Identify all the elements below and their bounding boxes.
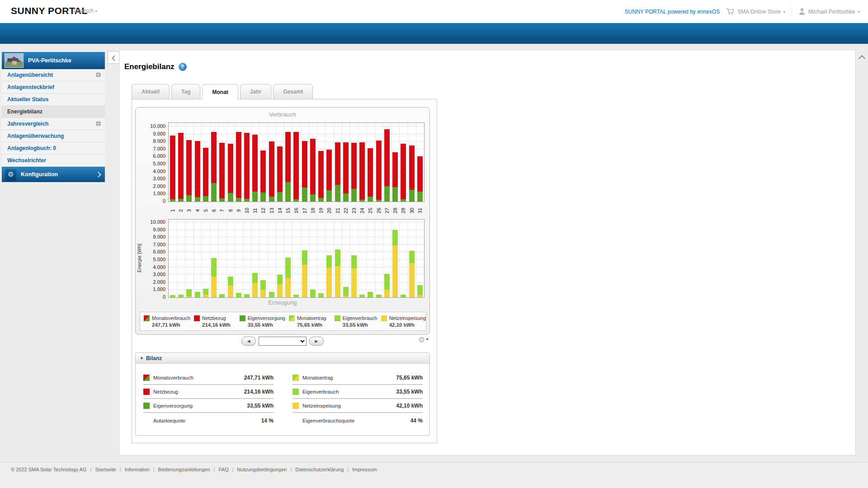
bilanz-swatch-icon — [292, 389, 299, 395]
bar-segment-eigenverbrauch — [211, 258, 217, 277]
bar-segment-eigenverbrauch — [318, 293, 324, 297]
previous-period-button[interactable]: ◀ — [241, 337, 256, 346]
sidebar-item-wechselrichter[interactable]: Wechselrichter — [2, 155, 105, 167]
bar-segment-netzbezug — [326, 150, 332, 190]
bar-segment-eigenversorgung — [376, 200, 382, 202]
legend-swatch-icon — [381, 315, 387, 321]
bilanz-quote-value: 14 % — [261, 418, 274, 424]
footer-separator: | — [120, 467, 121, 472]
bilanz-swatch-icon — [143, 389, 150, 395]
y-tick-label: 6.000 — [142, 249, 165, 254]
gridline — [169, 237, 424, 237]
bar-segment-eigenverbrauch — [417, 285, 423, 295]
bilanz-row-label: Monatsertrag — [302, 375, 333, 380]
footer-link-datenschutzerklaerung[interactable]: Datenschutzerklärung — [295, 467, 344, 472]
legend-item-eigenversorgung: Eigenversorgung33,55 kWh — [236, 315, 285, 328]
help-icon[interactable]: ? — [179, 63, 187, 71]
legend-name: Eigenversorgung — [248, 315, 285, 321]
erzeugung-plot — [168, 219, 425, 298]
scroll-top-button[interactable] — [858, 53, 867, 62]
bilanz-row-netzbezug: Netzbezug214,16 kWh — [143, 385, 274, 399]
globe-icon — [95, 121, 101, 127]
legend-item-netzbezug: Netzbezug214,16 kWh — [190, 315, 236, 328]
gridline — [391, 123, 392, 202]
legend-item-eigenverbrauch: Eigenverbrauch33,55 kWh — [331, 315, 377, 328]
bar-segment-eigenversorgung — [277, 192, 283, 202]
sidebar-item-jahresvergleich[interactable]: Jahresvergleich — [2, 118, 105, 130]
arrow-left-icon: ◀ — [247, 339, 250, 343]
bar-segment-netzbezug — [236, 132, 241, 197]
next-period-button[interactable]: ▶ — [309, 337, 324, 346]
bilanz-row-value: 33,55 kWh — [247, 403, 274, 409]
chart-title-erzeugung: Erzeugung — [136, 299, 429, 306]
footer-link-nutzungsbedingungen[interactable]: Nutzungsbedingungen — [237, 467, 287, 472]
tab-panel: Verbrauch 01.0002.0003.0004.0005.0006.00… — [132, 99, 437, 443]
bilanz-row-value: 247,71 kWh — [244, 375, 274, 381]
gridline — [276, 123, 276, 202]
period-select[interactable] — [259, 337, 307, 346]
tab-monat[interactable]: Monat — [202, 84, 238, 99]
language-selector[interactable]: Deutsch ▾ — [74, 8, 97, 14]
bilanz-swatch-icon — [143, 403, 150, 409]
footer-link-information[interactable]: Information — [125, 467, 150, 472]
bar-segment-eigenverbrauch — [409, 251, 415, 263]
sidebar-item-label: Aktueller Status — [7, 96, 48, 103]
plant-header[interactable]: PVA-Perlitschke — [2, 52, 105, 69]
chart-settings-button[interactable]: ⚙▲ — [418, 336, 428, 345]
gridline — [268, 123, 268, 202]
bar-segment-netzeinspeisung — [277, 284, 283, 297]
footer: © 2022 SMA Solar Technology AG|Startseit… — [0, 462, 868, 488]
tab-gesamt[interactable]: Gesamt — [273, 84, 313, 99]
bar-segment-netzbezug — [401, 144, 406, 199]
legend-name: Netzeinspeisung — [389, 315, 426, 321]
gridline — [210, 220, 210, 297]
sidebar-item-label: Anlagenübersicht — [7, 72, 53, 78]
bar-segment-eigenversorgung — [310, 194, 316, 202]
bar-segment-eigenversorgung — [170, 199, 175, 202]
bilanz-header[interactable]: ▼ Bilanz — [136, 353, 429, 364]
y-tick-label: 2.000 — [142, 183, 165, 189]
bar-segment-netzbezug — [409, 145, 415, 190]
sidebar-item-anlagenlogbuch-0[interactable]: Anlagenlogbuch: 0 — [2, 142, 105, 155]
legend-value: 33,55 kWh — [343, 322, 377, 328]
footer-link-startseite[interactable]: Startseite — [95, 467, 116, 472]
y-tick-label: 5.000 — [142, 257, 165, 262]
sidebar-item-anlagensteckbrief[interactable]: Anlagensteckbrief — [2, 81, 105, 94]
bar-segment-netzeinspeisung — [186, 296, 192, 297]
tab-tag[interactable]: Tag — [171, 84, 200, 99]
sidebar-item-energiebilanz[interactable]: Energiebilanz — [2, 106, 105, 118]
sidebar-collapse-button[interactable] — [108, 51, 119, 64]
gridline — [317, 220, 317, 297]
footer-link-impressum[interactable]: Impressum — [352, 467, 377, 472]
bar-segment-netzbezug — [376, 141, 382, 200]
sidebar-item-aktueller-status[interactable]: Aktueller Status — [2, 94, 105, 106]
gridline — [292, 220, 292, 297]
sidebar-item-anlagenueberwachung[interactable]: Anlagenüberwachung — [2, 130, 105, 142]
gridline — [226, 220, 227, 297]
gridline — [243, 220, 243, 297]
bar-segment-eigenversorgung — [236, 198, 241, 202]
sidebar-item-konfiguration[interactable]: ⚙ Konfiguration — [2, 167, 105, 182]
bar-segment-netzbezug — [335, 142, 340, 185]
tab-aktuell[interactable]: Aktuell — [132, 84, 170, 99]
footer-separator: | — [214, 467, 215, 472]
user-menu[interactable]: Michael Perlitschke ▾ — [798, 8, 860, 15]
top-bar: SUNNY PORTAL Deutsch ▾ SUNNY PORTAL powe… — [0, 0, 868, 23]
bar-segment-netzbezug — [343, 142, 349, 193]
bar-segment-netzbezug — [318, 151, 324, 198]
footer-link-faq[interactable]: FAQ — [218, 467, 228, 472]
y-tick-label: 1.000 — [142, 191, 165, 196]
bilanz-title: Bilanz — [146, 355, 162, 361]
tab-jahr[interactable]: Jahr — [240, 84, 271, 99]
gridline — [218, 123, 218, 202]
bar-segment-netzbezug — [310, 139, 316, 194]
bar-segment-eigenverbrauch — [293, 295, 299, 297]
gear-icon: ⚙ — [5, 169, 16, 180]
sma-online-store-link[interactable]: SMA Online Store ▾ — [726, 8, 785, 15]
legend-name: Netzbezug — [202, 315, 226, 321]
powered-by-link[interactable]: SUNNY PORTAL powered by ennexOS — [625, 9, 720, 15]
footer-link-bedienungsanleitungen[interactable]: Bedienungsanleitungen — [158, 467, 210, 472]
gridline — [416, 220, 416, 297]
sidebar-item-anlagenuebersicht[interactable]: Anlagenübersicht — [2, 69, 105, 81]
bar-segment-netzbezug — [211, 132, 217, 183]
